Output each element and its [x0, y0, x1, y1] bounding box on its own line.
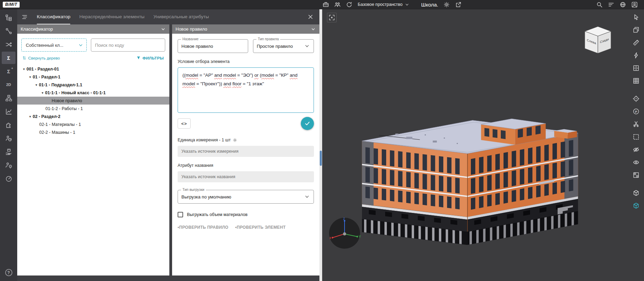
org-chart-button[interactable] — [2, 92, 15, 104]
chevron-down-icon[interactable]: ▾ — [34, 83, 39, 87]
refresh-icon[interactable] — [346, 1, 352, 8]
globe-icon[interactable] — [620, 1, 626, 8]
copy-view-button[interactable] — [631, 25, 642, 35]
classifier-panel-header[interactable]: Классификатор — [17, 24, 169, 34]
briefcase-icon[interactable] — [323, 1, 329, 8]
sigma-plus-button[interactable]: Σ+ — [2, 65, 15, 77]
chevron-down-icon[interactable]: ▾ — [40, 91, 45, 95]
tree-item[interactable]: ▾01 - Раздел-1 — [17, 73, 169, 81]
building-left-facade — [362, 141, 467, 245]
2d-button[interactable]: 2D — [2, 78, 15, 91]
tree-item[interactable]: ▾02 - Раздел-2 — [17, 112, 169, 120]
scrollbar-thumb[interactable] — [320, 151, 322, 166]
tree-item[interactable]: 01-1-2 - Работы - 1 — [17, 105, 169, 112]
parcel-hand-button[interactable] — [2, 145, 15, 158]
chevron-down-icon[interactable] — [310, 26, 316, 32]
speedometer-icon — [5, 175, 12, 182]
rule-panel-header[interactable]: Новое правило — [172, 24, 319, 34]
tree-item[interactable]: ▾01-1-1 - Новый класс - 01-1-1 — [17, 89, 169, 97]
chevron-down-icon[interactable]: ▾ — [28, 115, 33, 118]
unit-settings-gear-icon[interactable] — [233, 138, 237, 142]
eye-off-button[interactable] — [631, 144, 642, 155]
grid-button[interactable] — [631, 76, 642, 86]
filter-cube-button[interactable] — [631, 201, 642, 211]
ruler-button[interactable] — [631, 37, 642, 48]
building-model[interactable] — [355, 87, 587, 249]
check-rule-button[interactable]: •ПРОВЕРИТЬ ПРАВИЛО — [178, 225, 228, 230]
select-cursor-button[interactable] — [631, 12, 642, 22]
puzzle-button[interactable] — [2, 119, 15, 131]
check-element-button[interactable]: •ПРОВЕРИТЬ ЭЛЕМЕНТ — [235, 225, 286, 230]
code-view-button[interactable]: <> — [178, 118, 191, 129]
user-refresh-button[interactable] — [2, 132, 15, 144]
sigma-icon: Σ — [7, 55, 10, 61]
tab-universal-attributes[interactable]: Универсальные атрибуты — [154, 9, 209, 24]
plan-p-button[interactable]: P — [631, 106, 642, 117]
tree-item[interactable]: ▾01-1 - Подраздел-1.1 — [17, 81, 169, 89]
view-cube[interactable]: Слева Сзади — [582, 24, 614, 57]
axis-gizmo[interactable]: x Y z — [328, 216, 361, 250]
rule-name-field[interactable]: Название — [178, 39, 248, 53]
menu-list-icon[interactable] — [608, 1, 614, 8]
condition-editor[interactable]: ((model = "АР" and model = "ЭО") or (mod… — [178, 67, 314, 113]
tab-classifier[interactable]: Классификатор — [37, 9, 70, 24]
account-icon[interactable] — [631, 1, 638, 8]
cube-button[interactable] — [631, 188, 642, 198]
tree-structure-button[interactable] — [2, 11, 15, 24]
section-box-button[interactable] — [631, 63, 642, 73]
tree-item[interactable]: 02-2 - Машины - 1 — [17, 128, 169, 136]
tree-item-label: 02-1 - Материалы - 1 — [39, 122, 81, 127]
chevron-down-icon[interactable]: ▾ — [28, 75, 33, 79]
panel-menu-icon[interactable] — [21, 14, 28, 20]
route-button[interactable] — [2, 25, 15, 37]
chevron-down-icon[interactable] — [160, 26, 166, 32]
xray-button[interactable] — [631, 170, 642, 180]
left-tool-rail: ΣΣ+2D ? — [0, 9, 17, 281]
search-icon[interactable] — [596, 1, 603, 8]
target-button[interactable] — [631, 94, 642, 104]
tab-unallocated-elements[interactable]: Нераспределённые элементы — [79, 9, 144, 24]
3d-viewport[interactable]: Слева Сзади x Y z P — [322, 9, 644, 281]
materials-checkbox[interactable] — [178, 212, 183, 217]
shuffle-button[interactable] — [2, 38, 15, 51]
share-icon[interactable] — [455, 1, 462, 8]
sigma-button[interactable]: Σ — [2, 52, 15, 64]
tree-item[interactable]: 02-1 - Материалы - 1 — [17, 120, 169, 128]
focus-view-button[interactable] — [327, 13, 337, 22]
rule-name-input[interactable] — [181, 44, 244, 49]
user-refresh-icon — [5, 135, 12, 142]
ruler-icon — [633, 39, 640, 46]
tree-item[interactable]: Новое правило — [17, 97, 169, 105]
section-box-icon — [633, 65, 640, 72]
team-icon[interactable] — [334, 1, 341, 8]
filters-button[interactable]: ФИЛЬТРЫ — [136, 56, 164, 60]
tabbar: Классификатор Нераспределённые элементы … — [17, 9, 319, 24]
bolt-button[interactable] — [631, 50, 642, 61]
2d-icon: 2D — [6, 83, 11, 87]
org-chart-icon — [5, 95, 12, 102]
collapse-tree-link[interactable]: Свернуть дерево — [22, 56, 60, 60]
user-pin-button[interactable] — [2, 159, 15, 171]
tree-item[interactable]: ▾001 - Раздел-01 — [17, 65, 169, 73]
export-type-select[interactable]: Тип выгрузки Выгрузка по умолчанию — [178, 190, 314, 204]
eye-button[interactable] — [631, 157, 642, 167]
help-button[interactable]: ? — [5, 269, 12, 276]
workspace-selector[interactable]: Базовое пространство — [358, 2, 409, 7]
section-cut-button[interactable] — [631, 119, 642, 129]
unit-source-field[interactable]: Указать источник измерения — [178, 146, 314, 157]
line-chart-button[interactable] — [2, 105, 15, 118]
target-icon — [633, 95, 640, 102]
selection-area-button[interactable] — [631, 132, 642, 142]
rule-panel: Новое правило Название Тип правила Прост… — [172, 24, 319, 275]
left-rail-buttons: ΣΣ+2D — [2, 11, 15, 185]
name-source-field[interactable]: Указать источник названия — [178, 171, 314, 182]
apply-condition-button[interactable] — [301, 117, 314, 130]
bolt-icon — [633, 52, 640, 59]
chevron-down-icon[interactable]: ▾ — [21, 67, 27, 71]
gear-icon[interactable] — [443, 1, 450, 8]
code-search-input[interactable] — [91, 39, 165, 52]
speedometer-button[interactable] — [2, 172, 15, 185]
close-icon[interactable] — [307, 13, 314, 20]
rule-type-select[interactable]: Тип правила Простое правило — [253, 39, 314, 53]
classifier-select[interactable]: Собственный кл... — [21, 39, 87, 52]
